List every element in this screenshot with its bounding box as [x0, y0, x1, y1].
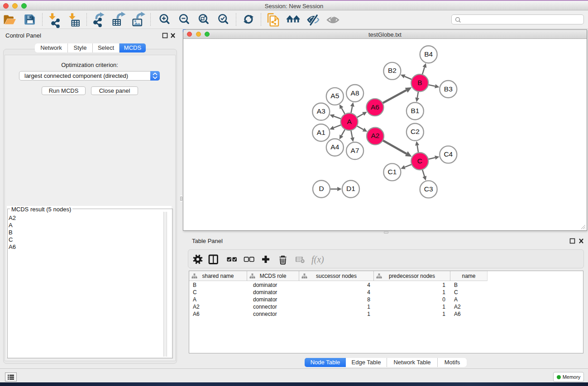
svg-text:A8: A8: [351, 89, 359, 97]
svg-text:A1: A1: [317, 129, 325, 136]
svg-text:C2: C2: [411, 128, 420, 135]
svg-text:A7: A7: [351, 147, 359, 154]
svg-text:A: A: [347, 118, 352, 125]
svg-text:A6: A6: [371, 103, 379, 111]
svg-text:C4: C4: [444, 150, 453, 158]
svg-text:B1: B1: [411, 107, 419, 114]
svg-text:B3: B3: [444, 85, 453, 93]
svg-text:B: B: [417, 79, 422, 86]
svg-text:D1: D1: [346, 185, 355, 192]
svg-text:C3: C3: [424, 185, 433, 193]
svg-text:A2: A2: [371, 132, 380, 139]
svg-text:A3: A3: [317, 107, 325, 115]
svg-text:D: D: [319, 185, 324, 192]
svg-text:B2: B2: [388, 67, 397, 74]
svg-text:C: C: [417, 157, 422, 165]
svg-text:A5: A5: [330, 92, 339, 100]
svg-text:C1: C1: [387, 168, 397, 176]
svg-text:B4: B4: [424, 50, 433, 58]
svg-text:A4: A4: [330, 143, 339, 151]
svg-text:f(x): f(x): [311, 254, 324, 265]
